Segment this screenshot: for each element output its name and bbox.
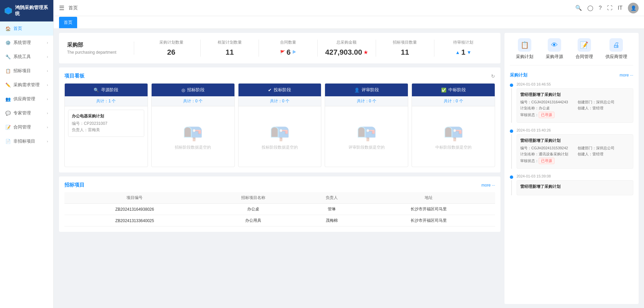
table-row[interactable]: ZB202413133640025 办公用具 茂梅棉 长沙市开福区司马里 [64, 215, 495, 226]
tender-table-section: 招标项目 more ··· 项目编号 招标项目名称 负责人 地址 ZB20241… [59, 176, 500, 232]
col-header-bidding: ◎ 招标阶段 [152, 84, 234, 96]
bidding-col-icon: ◎ [181, 88, 185, 93]
shortcuts: 📋 采购计划 👁 采购寻源 📝 合同管理 🖨 供应商管理 [510, 38, 633, 65]
sidebar-item-contract[interactable]: 📝 合同管理 › [0, 120, 53, 134]
home-icon: 🏠 [5, 26, 11, 31]
col-header-sourcing: 🔍 寻源阶段 [65, 84, 148, 96]
cell-person: 茂梅棉 [302, 215, 362, 226]
stat-purchase-plan: 采购计划数量 26 [142, 40, 201, 57]
star-icon: ★ [364, 50, 368, 55]
timeline-title: 采购计划 [510, 72, 527, 78]
stat-label: 合同数量 [264, 40, 312, 45]
stat-label: 总采购金额 [323, 40, 370, 45]
col-body-bidding: 📭 招标阶段数据是空的 [152, 106, 234, 167]
stat-value: 26 [148, 48, 195, 57]
cell-person: 管琳 [302, 204, 362, 215]
shortcut-supplier[interactable]: 🖨 供应商管理 [605, 38, 627, 60]
chevron-icon: › [47, 41, 48, 45]
tl-card-row: 编号：CGJH2024131644243 创建部门：深圳总公司 [520, 100, 630, 105]
stat-value: ▲ 1 ▼ [440, 48, 487, 57]
stat-label: 待审核计划 [440, 40, 487, 45]
tl-card-row: 编号：CGJH2024131539242 创建部门：深圳总公司 [520, 146, 630, 151]
board-col-evaluating: 👤 评审阶段 共计：0 个 📭 评审阶段数据是空的 [325, 83, 408, 167]
app-title: 鸿鹄采购管理系统 [15, 5, 49, 17]
tl-card-title: 雷经理新增了采购计划 [520, 184, 630, 190]
tender-icon: 📋 [5, 68, 11, 73]
board-title: 项目看板 [64, 73, 85, 79]
table-row[interactable]: ZB202413164938026 办公桌 管琳 长沙市开福区司马里 [64, 204, 495, 215]
refresh-icon[interactable]: ↻ [491, 73, 495, 79]
tab-home[interactable]: 首页 [59, 17, 77, 28]
board-col-sourcing: 🔍 寻源阶段 共计：1 个 办公电器采购计划 编号：CP20231007 负责人… [64, 83, 148, 167]
sidebar-item-tender[interactable]: 📋 招标项目 › [0, 64, 53, 78]
stats-items: 采购计划数量 26 框架计划数量 11 合同数量 [142, 40, 492, 57]
shortcut-purchase-plan[interactable]: 📋 采购计划 [516, 38, 533, 60]
github-icon[interactable]: ◯ [587, 5, 593, 11]
stat-value: 11 [381, 48, 429, 57]
shortcut-label: 合同管理 [576, 54, 593, 60]
card-code: 编号：CP20231007 [72, 120, 141, 127]
content: 采购部 The purchasing department 采购计划数量 26 … [54, 29, 644, 308]
board-col-bidding: ◎ 招标阶段 共计：0 个 📭 招标阶段数据是空的 [151, 83, 235, 167]
col-body-submitting: 📭 投标阶段数据是空的 [238, 106, 321, 167]
col-header-name: 招标项目名称 [205, 192, 302, 204]
sidebar-item-purchase[interactable]: ✏️ 采购需求管理 › [0, 78, 53, 92]
sidebar-item-home[interactable]: 🏠 首页 [0, 21, 53, 36]
timeline-item: 2024-01-03 16:46:55 雷经理新增了采购计划 编号：CGJH20… [510, 82, 633, 123]
nontender-icon: 📄 [5, 139, 11, 144]
expert-icon: 💬 [5, 111, 11, 116]
board-header: 项目看板 ↻ [64, 73, 495, 79]
table-header: 招标项目 more ··· [64, 182, 495, 188]
more-link[interactable]: more ··· [481, 183, 495, 188]
evaluating-col-icon: 👤 [354, 88, 360, 93]
search-icon[interactable]: 🔍 [575, 5, 582, 11]
shortcut-contract[interactable]: 📝 合同管理 [576, 38, 593, 60]
stat-contract: 合同数量 🚩 6 🏳 [259, 40, 317, 57]
board-card[interactable]: 办公电器采购计划 编号：CP20231007 负责人：雷梅美 [68, 110, 144, 137]
supplier-shortcut-icon: 🖨 [609, 38, 623, 52]
timeline-header: 采购计划 more ··· [510, 72, 633, 78]
col-count-bidding: 共计：0 个 [152, 96, 234, 106]
sidebar-item-tools[interactable]: 🔧 系统工具 › [0, 50, 53, 64]
breadcrumb: 首页 [68, 5, 78, 11]
submitting-col-icon: ✔ [268, 88, 272, 93]
fullscreen-icon[interactable]: ⛶ [607, 5, 612, 11]
sidebar-item-system[interactable]: ⚙️ 系统管理 › [0, 36, 53, 50]
tl-card-status-row: 审核状态：已寻源 [520, 158, 630, 164]
timeline-time: 2024-01-03 15:39:08 [517, 174, 633, 178]
timeline-more[interactable]: more ··· [620, 73, 633, 78]
timeline-item: 2024-01-03 15:40:26 雷经理新增了采购计划 编号：CGJH20… [510, 128, 633, 169]
timeline-dot [510, 175, 513, 179]
sidebar-item-supplier[interactable]: 👥 供应商管理 › [0, 92, 53, 106]
col-header-address: 地址 [362, 192, 495, 204]
empty-icon: 📭 [357, 123, 377, 142]
sourcing-icon: 👁 [548, 38, 561, 52]
help-icon[interactable]: ? [599, 5, 602, 11]
tl-card-title: 雷经理新增了采购计划 [520, 92, 630, 98]
timeline-time: 2024-01-03 15:40:26 [517, 128, 633, 132]
main-area: ☰ 首页 🔍 ◯ ? ⛶ IT 👤 首页 采购部 The purchasing … [54, 0, 644, 308]
shortcut-label: 采购寻源 [546, 54, 563, 60]
board-col-awarded: ✅ 中标阶段 共计：0 个 📭 中标阶段数据是空的 [412, 83, 495, 167]
timeline-item: 2024-01-03 15:39:08 雷经理新增了采购计划 [510, 174, 633, 195]
timeline-card: 雷经理新增了采购计划 编号：CGJH2024131644243 创建部门：深圳总… [517, 88, 633, 123]
settings-icon[interactable]: IT [618, 5, 623, 11]
timeline-time: 2024-01-03 16:46:55 [517, 82, 633, 86]
sidebar-item-nontender[interactable]: 📄 非招标项目 › [0, 134, 53, 148]
shortcut-label: 供应商管理 [605, 54, 627, 60]
col-count-submitting: 共计：0 个 [238, 96, 321, 106]
stat-value: 427,903.00 ★ [323, 48, 370, 57]
shortcut-sourcing[interactable]: 👁 采购寻源 [546, 38, 563, 60]
tl-card-row: 计划名称：办公桌 创建人：雷经理 [520, 106, 630, 111]
awarded-col-icon: ✅ [441, 88, 446, 93]
stat-tender-count: 招标项目数量 11 [376, 40, 434, 57]
menu-icon[interactable]: ☰ [59, 4, 64, 12]
timeline-section: 采购计划 more ··· 2024-01-03 16:46:55 雷经理新增了… [510, 72, 633, 195]
sidebar-item-expert[interactable]: 💬 专家管理 › [0, 106, 53, 120]
empty-icon: 📭 [183, 123, 203, 142]
board-columns: 🔍 寻源阶段 共计：1 个 办公电器采购计划 编号：CP20231007 负责人… [64, 83, 495, 167]
tender-table: 项目编号 招标项目名称 负责人 地址 ZB202413164938026 办公桌… [64, 192, 495, 226]
dept-name: 采购部 [67, 42, 126, 49]
stat-label: 框架计划数量 [206, 40, 253, 45]
avatar[interactable]: 👤 [628, 3, 639, 13]
